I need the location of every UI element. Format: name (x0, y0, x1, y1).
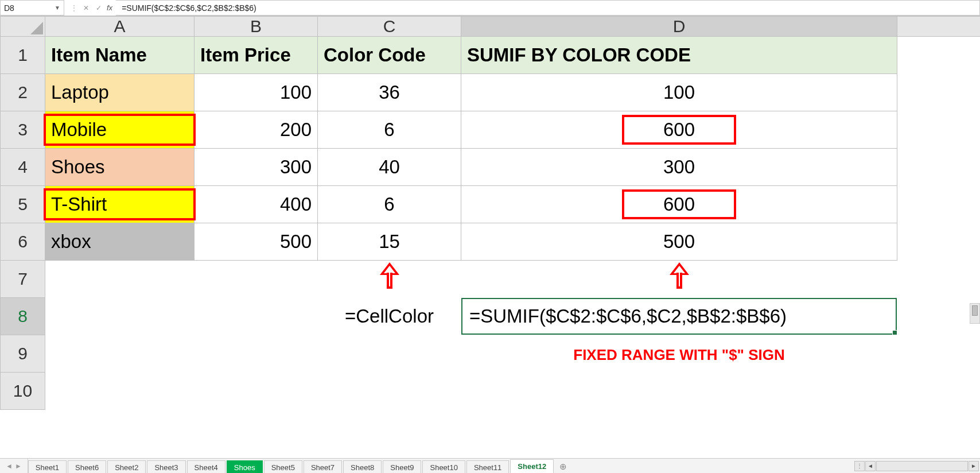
tabs: Sheet1Sheet6Sheet2Sheet3Sheet4ShoesSheet… (28, 459, 573, 473)
horizontal-scrollbar[interactable]: ⋮ ◄ ► (853, 459, 980, 473)
cell-A2[interactable]: Laptop (45, 74, 195, 111)
cell-A1[interactable]: Item Name (45, 37, 195, 74)
scroll-split-icon[interactable]: ⋮ (854, 461, 865, 471)
tab-sheet12[interactable]: Sheet12 (510, 459, 554, 473)
cell-B2[interactable]: 100 (195, 74, 318, 111)
row-header-6[interactable]: 6 (1, 223, 45, 261)
cell-row10[interactable] (45, 373, 981, 410)
col-header-C[interactable]: C (318, 17, 461, 37)
tab-sheet9[interactable]: Sheet9 (383, 460, 421, 473)
cell-D3[interactable]: 600 (461, 111, 897, 149)
name-box-value: D8 (4, 3, 14, 13)
cell-A9[interactable] (45, 335, 195, 373)
cell-A8[interactable] (45, 298, 195, 335)
cell-C6[interactable]: 15 (318, 223, 461, 261)
cell-D9[interactable]: FIXED RANGE WITH "$" SIGN (461, 335, 897, 373)
arrow-up-icon (671, 262, 688, 291)
cell-C7[interactable] (318, 261, 461, 298)
cell-D1[interactable]: SUMIF BY COLOR CODE (461, 37, 897, 74)
cancel-icon[interactable]: ✕ (81, 4, 91, 12)
tab-nav-prev-icon[interactable]: ◄ (6, 462, 13, 470)
col-header-extra[interactable] (897, 17, 981, 37)
tab-sheet1[interactable]: Sheet1 (28, 460, 67, 473)
fx-icon[interactable]: fx (107, 3, 112, 12)
name-box[interactable]: D8 ▼ (0, 0, 64, 15)
cell-blank[interactable] (897, 74, 981, 111)
formula-text: =SUMIF($C$2:$C$6,$C2,$B$2:$B$6) (122, 3, 256, 13)
cell-C4[interactable]: 40 (318, 149, 461, 186)
cell-blank[interactable] (897, 111, 981, 149)
row-header-9[interactable]: 9 (1, 335, 45, 373)
row-header-3[interactable]: 3 (1, 111, 45, 149)
cell-blank[interactable] (897, 335, 981, 373)
row-header-1[interactable]: 1 (1, 37, 45, 74)
annotation-text: FIXED RANGE WITH "$" SIGN (573, 346, 784, 363)
formula-input[interactable]: =SUMIF($C$2:$C$6,$C2,$B$2:$B$6) (116, 0, 980, 15)
cell-A6[interactable]: xbox (45, 223, 195, 261)
tab-sheet4[interactable]: Sheet4 (187, 460, 225, 473)
vertical-scrollbar[interactable] (970, 303, 980, 324)
tab-sheet8[interactable]: Sheet8 (343, 460, 382, 473)
cell-A3[interactable]: Mobile (45, 111, 195, 149)
cell-D5[interactable]: 600 (461, 186, 897, 223)
cell-C1[interactable]: Color Code (318, 37, 461, 74)
cell-blank[interactable] (897, 186, 981, 223)
col-header-A[interactable]: A (45, 17, 195, 37)
cell-blank[interactable] (897, 298, 981, 335)
tab-sheet5[interactable]: Sheet5 (264, 460, 302, 473)
cell-D8-text: =SUMIF($C$2:$C$6,$C2,$B$2:$B$6) (469, 305, 787, 327)
cell-blank[interactable] (897, 261, 981, 298)
row-header-5[interactable]: 5 (1, 186, 45, 223)
cell-A4[interactable]: Shoes (45, 149, 195, 186)
tab-sheet10[interactable]: Sheet10 (422, 460, 465, 473)
cell-B7[interactable] (195, 261, 318, 298)
cell-B4[interactable]: 300 (195, 149, 318, 186)
tab-nav-next-icon[interactable]: ► (15, 462, 22, 470)
cell-C5[interactable]: 6 (318, 186, 461, 223)
cell-B3[interactable]: 200 (195, 111, 318, 149)
cell-D4[interactable]: 300 (461, 149, 897, 186)
cell-C2[interactable]: 36 (318, 74, 461, 111)
cell-A5[interactable]: T-Shirt (45, 186, 195, 223)
cell-blank[interactable] (897, 149, 981, 186)
scroll-left-icon[interactable]: ◄ (865, 461, 876, 471)
scroll-track[interactable] (876, 461, 968, 471)
cell-B6[interactable]: 500 (195, 223, 318, 261)
scroll-right-icon[interactable]: ► (969, 461, 979, 471)
cell-C8[interactable]: =CellColor (318, 298, 461, 335)
confirm-icon[interactable]: ✓ (94, 4, 103, 12)
cell-B8[interactable] (195, 298, 318, 335)
tab-sheet2[interactable]: Sheet2 (107, 460, 146, 473)
row-header-4[interactable]: 4 (1, 149, 45, 186)
row-header-7[interactable]: 7 (1, 261, 45, 298)
sheet-tab-bar: ◄ ► Sheet1Sheet6Sheet2Sheet3Sheet4ShoesS… (0, 458, 980, 473)
cell-B5[interactable]: 400 (195, 186, 318, 223)
name-box-dropdown-icon[interactable]: ▼ (55, 5, 60, 11)
tab-sheet7[interactable]: Sheet7 (304, 460, 342, 473)
cell-C3[interactable]: 6 (318, 111, 461, 149)
col-header-B[interactable]: B (195, 17, 318, 37)
tab-sheet6[interactable]: Sheet6 (68, 460, 106, 473)
tab-sheet11[interactable]: Sheet11 (466, 460, 509, 473)
row-header-2[interactable]: 2 (1, 74, 45, 111)
tab-sheet3[interactable]: Sheet3 (147, 460, 185, 473)
cell-B1[interactable]: Item Price (195, 37, 318, 74)
tab-shoes[interactable]: Shoes (227, 460, 263, 473)
row-header-10[interactable]: 10 (1, 373, 45, 410)
cell-C9[interactable] (318, 335, 461, 373)
cell-D8[interactable]: =SUMIF($C$2:$C$6,$C2,$B$2:$B$6) (461, 298, 897, 335)
cell-blank[interactable] (897, 37, 981, 74)
tab-add-button[interactable]: ⊕ (555, 460, 571, 473)
row-header-8[interactable]: 8 (1, 298, 45, 335)
tab-nav: ◄ ► (0, 459, 28, 473)
cell-D7[interactable] (461, 261, 897, 298)
cell-D2[interactable]: 100 (461, 74, 897, 111)
cell-blank[interactable] (897, 223, 981, 261)
cell-B9[interactable] (195, 335, 318, 373)
separator-icon: ⋮ (70, 3, 78, 13)
col-header-D[interactable]: D (461, 17, 897, 37)
grid[interactable]: A B C D 1 Item Name Item Price Color Cod… (0, 16, 980, 410)
select-all-corner[interactable] (1, 17, 45, 37)
cell-D6[interactable]: 500 (461, 223, 897, 261)
cell-A7[interactable] (45, 261, 195, 298)
